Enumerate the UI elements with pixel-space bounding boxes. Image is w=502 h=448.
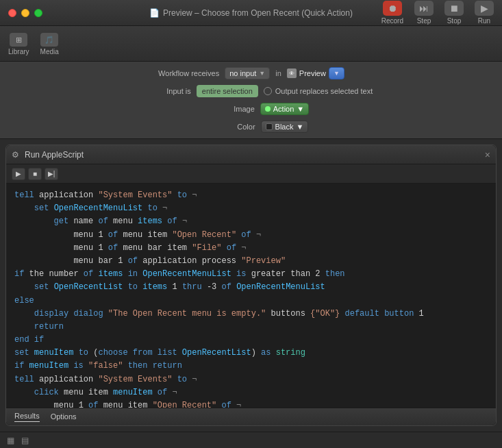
chevron-down-icon: ▼	[297, 123, 304, 131]
minimize-button[interactable]	[21, 9, 29, 17]
run-script-button[interactable]: ▶	[12, 168, 25, 180]
lib-media-group: ⊞ Library 🎵 Media	[8, 33, 59, 55]
step-button[interactable]: ⏭ Step	[414, 1, 434, 25]
stop-icon: ⏹	[444, 1, 464, 16]
color-swatch-icon	[266, 123, 273, 130]
traffic-lights	[8, 9, 42, 17]
output-checkbox-row: Output replaces selected text	[264, 87, 373, 95]
media-button[interactable]: 🎵 Media	[40, 33, 59, 55]
stop-button[interactable]: ⏹ Stop	[444, 1, 464, 25]
script-panel-header: ⚙ Run AppleScript ×	[6, 145, 496, 164]
color-select[interactable]: Black ▼	[261, 121, 309, 133]
preview-app-icon: 👁	[287, 69, 297, 78]
output-checkbox[interactable]	[264, 87, 272, 95]
chevron-down-icon: ▼	[334, 70, 340, 77]
script-panel-footer: Results Options	[6, 408, 496, 425]
maximize-button[interactable]	[34, 9, 42, 17]
receives-select[interactable]: no input ▼	[225, 67, 270, 79]
image-label: Image	[193, 105, 255, 113]
media-icon: 🎵	[40, 33, 58, 47]
library-icon: ⊞	[10, 33, 27, 47]
output-label: Output replaces selected text	[275, 87, 373, 95]
workflow-config: Workflow receives no input ▼ in 👁 Previe…	[0, 62, 502, 139]
second-toolbar: ⊞ Library 🎵 Media	[0, 26, 502, 62]
config-row-receives: Workflow receives no input ▼ in 👁 Previe…	[158, 66, 344, 81]
compile-script-button[interactable]: ▶|	[45, 168, 58, 180]
chevron-down-icon: ▼	[297, 105, 304, 113]
chevron-down-icon: ▼	[259, 70, 265, 77]
config-row-color: Color Black ▼	[194, 119, 309, 134]
preview-dropdown[interactable]: ▼	[329, 67, 344, 79]
title-bar: 📄 Preview – Choose from Open Recent (Qui…	[0, 0, 502, 26]
stop-script-button[interactable]: ■	[28, 168, 42, 180]
run-icon: ▶	[475, 1, 494, 16]
receives-label: Workflow receives	[158, 69, 219, 77]
script-controls: ▶ ■ ▶|	[6, 164, 496, 184]
step-icon: ⏭	[414, 1, 434, 16]
status-bar: ▦ ▤	[0, 432, 502, 448]
script-panel-title: Run AppleScript	[25, 150, 84, 160]
close-icon[interactable]: ×	[485, 149, 490, 160]
options-tab[interactable]: Options	[51, 412, 77, 422]
close-button[interactable]	[8, 9, 16, 17]
image-select[interactable]: Action ▼	[260, 103, 309, 115]
script-panel: ⚙ Run AppleScript × ▶ ■ ▶| tell applicat…	[5, 145, 497, 426]
config-row-input: Input is entire selection Output replace…	[129, 84, 373, 99]
in-label: in	[275, 69, 281, 77]
config-row-image: Image Action ▼	[193, 101, 309, 116]
action-dot-icon	[265, 106, 271, 112]
list-view-icon[interactable]: ▤	[21, 436, 29, 445]
input-select[interactable]: entire selection	[197, 85, 258, 97]
record-icon: ⏺	[383, 1, 402, 16]
document-icon: 📄	[149, 8, 160, 18]
preview-select[interactable]: 👁 Preview ▼	[287, 67, 344, 79]
grid-view-icon[interactable]: ▦	[7, 436, 14, 445]
results-tab[interactable]: Results	[14, 412, 40, 422]
record-button[interactable]: ⏺ Record	[381, 1, 403, 25]
code-editor[interactable]: tell application "System Events" to ¬ se…	[6, 184, 496, 408]
toolbar-right: ⏺ Record ⏭ Step ⏹ Stop ▶ Run	[381, 1, 494, 25]
run-button[interactable]: ▶ Run	[475, 1, 494, 25]
color-label: Color	[194, 123, 255, 131]
title-bar-center: 📄 Preview – Choose from Open Recent (Qui…	[149, 8, 353, 18]
app-window: 📄 Preview – Choose from Open Recent (Qui…	[0, 0, 502, 448]
window-title: Preview – Choose from Open Recent (Quick…	[163, 8, 353, 18]
applescript-icon: ⚙	[12, 150, 19, 160]
library-button[interactable]: ⊞ Library	[8, 33, 29, 55]
input-label: Input is	[129, 87, 191, 95]
